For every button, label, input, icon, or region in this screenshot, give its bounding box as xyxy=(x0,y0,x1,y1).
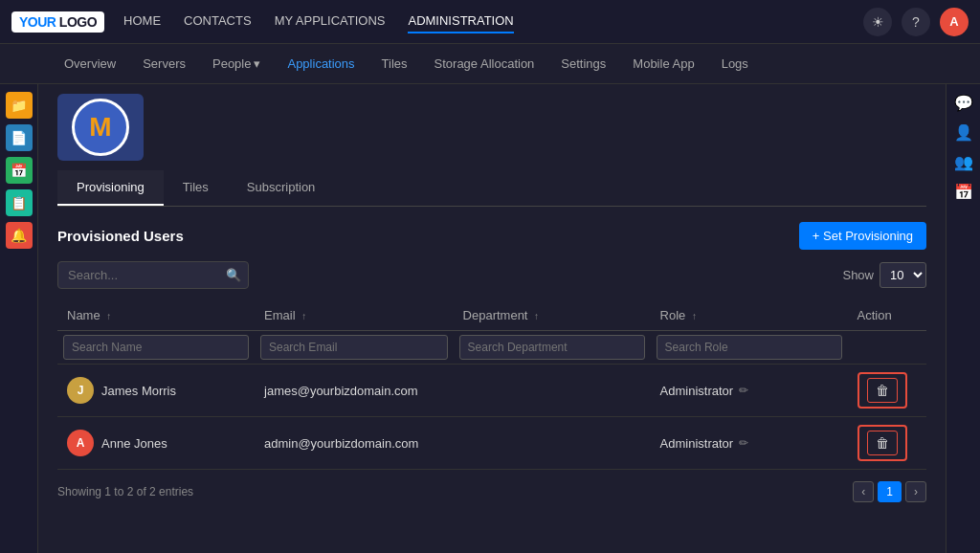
filter-department-cell xyxy=(454,331,651,365)
subnav-overview[interactable]: Overview xyxy=(53,51,127,77)
app-logo-box: M xyxy=(57,94,144,161)
user-name-0: James Morris xyxy=(101,384,176,398)
help-button[interactable]: ? xyxy=(902,8,930,36)
provisioned-section: Provisioned Users + Set Provisioning 🔍 S… xyxy=(38,207,946,521)
sidebar-icon-4[interactable]: 📋 xyxy=(6,189,33,216)
search-input-wrap: 🔍 xyxy=(57,261,249,289)
subnav-people[interactable]: People ▾ xyxy=(201,51,272,77)
delete-button-0[interactable]: 🗑 xyxy=(867,378,898,403)
user-avatar-1: A xyxy=(67,430,94,456)
sidebar-icon-1[interactable]: 📁 xyxy=(6,92,33,119)
role-cell-0: Administrator ✏ xyxy=(660,384,838,398)
section-header: Provisioned Users + Set Provisioning xyxy=(57,222,926,250)
search-bar-row: 🔍 Show 10 25 50 xyxy=(57,261,926,289)
subnav-logs[interactable]: Logs xyxy=(710,51,760,77)
pagination-buttons: ‹ 1 › xyxy=(853,481,926,502)
users-icon[interactable]: 👥 xyxy=(954,153,973,171)
action-wrapper-1: 🗑 xyxy=(858,425,907,461)
sub-nav: Overview Servers People ▾ Applications T… xyxy=(0,44,980,84)
filter-email-cell xyxy=(255,331,454,365)
prev-page-button[interactable]: ‹ xyxy=(853,481,874,502)
nav-contacts[interactable]: CONTACTS xyxy=(184,10,252,33)
delete-button-1[interactable]: 🗑 xyxy=(867,431,898,455)
user-role-cell-1: Administrator ✏ xyxy=(651,417,848,470)
logo: YOUR LOGO xyxy=(11,11,104,33)
sub-nav-links: Overview Servers People ▾ Applications T… xyxy=(53,51,760,77)
top-nav-right: ☀ ? A xyxy=(863,8,969,36)
nav-administration[interactable]: ADMINISTRATION xyxy=(408,10,513,33)
user-avatar-button[interactable]: A xyxy=(940,8,969,36)
nav-my-applications[interactable]: MY APPLICATIONS xyxy=(275,10,386,33)
app-logo-inner: M xyxy=(72,99,129,156)
action-cell-1: 🗑 xyxy=(848,417,926,470)
action-cell-0: 🗑 xyxy=(848,365,926,417)
top-nav-links: HOME CONTACTS MY APPLICATIONS ADMINISTRA… xyxy=(123,10,863,33)
edit-role-icon-1[interactable]: ✏ xyxy=(739,436,748,450)
role-cell-1: Administrator ✏ xyxy=(660,436,838,451)
sort-icon-role[interactable]: ↑ xyxy=(692,311,697,321)
show-select[interactable]: 10 25 50 xyxy=(880,262,926,288)
next-page-button[interactable]: › xyxy=(905,481,926,502)
tab-subscription[interactable]: Subscription xyxy=(228,170,335,206)
subnav-storage-allocation[interactable]: Storage Allocation xyxy=(423,51,546,77)
tab-tiles[interactable]: Tiles xyxy=(164,170,228,206)
filter-action-cell xyxy=(848,331,926,365)
sort-icon-name[interactable]: ↑ xyxy=(106,311,111,321)
user-icon[interactable]: 👤 xyxy=(954,123,973,142)
col-department: Department ↑ xyxy=(454,300,651,331)
user-email-cell-0: james@yourbizdomain.com xyxy=(255,365,454,417)
data-table: Name ↑ Email ↑ Department ↑ Role xyxy=(57,300,926,470)
user-avatar-0: J xyxy=(67,377,94,404)
show-label: Show xyxy=(842,268,874,282)
table-row: J James Morris james@yourbizdomain.com A… xyxy=(57,365,926,417)
table-row: A Anne Jones admin@yourbizdomain.com Adm… xyxy=(57,417,926,470)
show-select-wrap: Show 10 25 50 xyxy=(842,262,926,288)
action-wrapper-0: 🗑 xyxy=(858,372,907,409)
chevron-down-icon: ▾ xyxy=(254,56,260,71)
subnav-settings[interactable]: Settings xyxy=(549,51,617,77)
user-cell: J James Morris xyxy=(67,377,245,404)
app-logo-area: M xyxy=(38,84,946,170)
filter-role-input[interactable] xyxy=(657,335,842,360)
search-input[interactable] xyxy=(57,261,249,289)
filter-row xyxy=(57,331,926,365)
content-area: M Provisioning Tiles Subscription Provis… xyxy=(38,84,946,553)
filter-name-cell xyxy=(57,331,255,365)
user-department-cell-1 xyxy=(454,417,651,470)
subnav-servers[interactable]: Servers xyxy=(131,51,197,77)
subnav-mobile-app[interactable]: Mobile App xyxy=(621,51,705,77)
filter-name-input[interactable] xyxy=(63,335,249,360)
filter-department-input[interactable] xyxy=(459,335,645,360)
sidebar-icon-3[interactable]: 📅 xyxy=(6,157,33,184)
table-body: J James Morris james@yourbizdomain.com A… xyxy=(57,365,926,470)
calendar-icon[interactable]: 📅 xyxy=(954,183,973,201)
role-label-1: Administrator xyxy=(660,436,734,451)
col-action: Action xyxy=(848,300,926,331)
subnav-applications[interactable]: Applications xyxy=(276,51,366,77)
col-email: Email ↑ xyxy=(255,300,454,331)
filter-email-input[interactable] xyxy=(260,335,448,360)
theme-toggle-button[interactable]: ☀ xyxy=(863,8,892,36)
role-label-0: Administrator xyxy=(660,384,734,398)
search-icon[interactable]: 🔍 xyxy=(226,268,241,282)
user-department-cell-0 xyxy=(454,365,651,417)
set-provisioning-button[interactable]: + Set Provisioning xyxy=(799,222,926,250)
sort-icon-email[interactable]: ↑ xyxy=(301,311,306,321)
sidebar-icon-5[interactable]: 🔔 xyxy=(6,222,33,249)
nav-home[interactable]: HOME xyxy=(123,10,161,33)
user-name-cell: A Anne Jones xyxy=(57,417,255,470)
edit-role-icon-0[interactable]: ✏ xyxy=(739,384,748,397)
page-1-button[interactable]: 1 xyxy=(878,481,902,502)
user-role-cell-0: Administrator ✏ xyxy=(651,365,848,417)
top-nav: YOUR LOGO HOME CONTACTS MY APPLICATIONS … xyxy=(0,0,980,44)
table-header-row: Name ↑ Email ↑ Department ↑ Role xyxy=(57,300,926,331)
chat-icon[interactable]: 💬 xyxy=(954,94,973,112)
showing-text: Showing 1 to 2 of 2 entries xyxy=(57,485,193,498)
sidebar-icon-2[interactable]: 📄 xyxy=(6,124,33,151)
sort-icon-department[interactable]: ↑ xyxy=(534,311,539,321)
col-role: Role ↑ xyxy=(651,300,848,331)
subnav-tiles[interactable]: Tiles xyxy=(370,51,419,77)
tab-provisioning[interactable]: Provisioning xyxy=(57,170,164,206)
left-sidebar: 📁 📄 📅 📋 🔔 xyxy=(0,84,38,553)
user-email-cell-1: admin@yourbizdomain.com xyxy=(255,417,454,470)
